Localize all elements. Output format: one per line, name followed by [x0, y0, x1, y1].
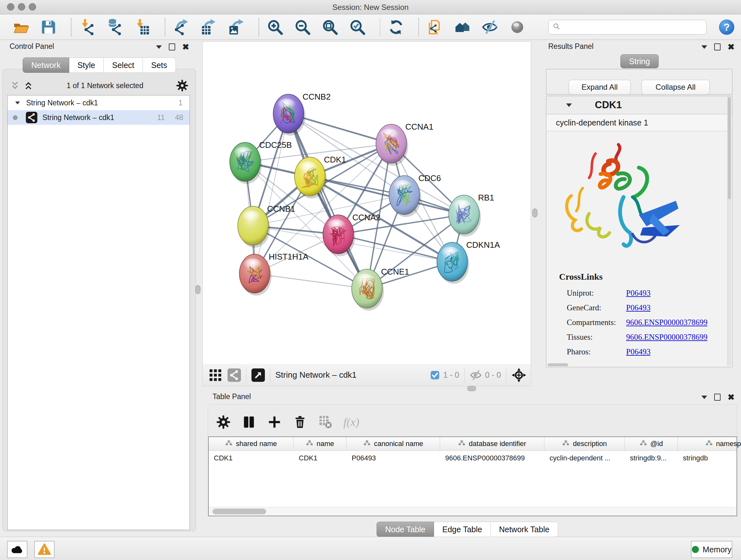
tree-expand-icon[interactable]	[15, 102, 20, 105]
table-cell[interactable]: 9606.ENSP00000378699	[440, 451, 544, 462]
open-external-icon[interactable]	[252, 368, 265, 382]
splitter-handle-left[interactable]	[195, 285, 200, 294]
column-header-database-identifier[interactable]: database identifier	[440, 437, 544, 450]
network-node-CCNB1[interactable]: CCNB1	[238, 204, 295, 248]
crosslink-link[interactable]: P06493	[626, 303, 650, 312]
search-box[interactable]	[548, 20, 706, 35]
network-canvas[interactable]: CCNB2 CCNA1 CDC25B CDK1 CDC6 RB1 CCNB1 C…	[202, 42, 531, 365]
memory-button[interactable]: Memory	[691, 541, 732, 558]
float-panel-icon[interactable]	[701, 395, 707, 399]
help-button[interactable]: ?	[719, 19, 734, 35]
close-panel-icon[interactable]: ✖	[182, 44, 189, 50]
warnings-button[interactable]	[34, 541, 55, 558]
cloud-button[interactable]	[7, 541, 27, 558]
import-network-from-file-button[interactable]	[78, 17, 97, 37]
show-hidden-sphere-button[interactable]	[508, 17, 527, 37]
network-node-CCNB2[interactable]: CCNB2	[273, 92, 331, 136]
network-edge[interactable]	[255, 114, 288, 273]
save-session-button[interactable]	[39, 17, 58, 37]
tab-network-table[interactable]: Network Table	[491, 522, 558, 537]
collapse-all-icon[interactable]	[10, 80, 20, 91]
network-share-icon[interactable]	[227, 368, 241, 382]
collapse-section-icon[interactable]	[566, 104, 572, 107]
network-node-RB1[interactable]: RB1	[449, 193, 494, 237]
float-panel-icon[interactable]	[701, 45, 707, 49]
results-scrollbar[interactable]	[727, 97, 731, 366]
network-node-HIST1H1A[interactable]: HIST1H1A	[239, 252, 309, 296]
network-graph[interactable]: CCNB2 CCNA1 CDC25B CDK1 CDC6 RB1 CCNB1 C…	[203, 42, 531, 364]
network-node-CDC6[interactable]: CDC6	[389, 173, 441, 217]
zoom-selected-button[interactable]	[348, 17, 367, 37]
first-neighbors-button[interactable]	[453, 17, 472, 37]
crosslink-link[interactable]: P06493	[626, 348, 650, 356]
zoom-in-button[interactable]	[266, 17, 285, 37]
birds-eye-grid-icon[interactable]	[208, 368, 222, 382]
tab-style[interactable]: Style	[69, 57, 104, 73]
splitter-handle-right[interactable]	[532, 208, 537, 217]
collection-label: String Network – cdk1	[26, 99, 98, 107]
hide-selection-button[interactable]	[480, 17, 499, 37]
import-network-from-database-button[interactable]	[105, 17, 125, 37]
tab-string[interactable]: String	[620, 54, 659, 68]
gear-icon[interactable]	[176, 79, 188, 91]
fit-selected-icon[interactable]	[512, 368, 526, 382]
splitter-handle-horizontal[interactable]	[467, 386, 476, 391]
column-header-description[interactable]: description	[544, 437, 625, 450]
collapse-all-button[interactable]: Collapse All	[642, 80, 710, 95]
tab-edge-table[interactable]: Edge Table	[434, 522, 491, 537]
zoom-out-button[interactable]	[293, 17, 312, 37]
copy-share-document-button[interactable]	[425, 17, 445, 37]
table-hscrollbar[interactable]	[209, 507, 737, 516]
network-node-CCNE1[interactable]: CCNE1	[352, 267, 409, 311]
table-gear-icon[interactable]	[216, 415, 231, 430]
zoom-fit-content-button[interactable]	[320, 17, 340, 37]
export-image-button[interactable]	[226, 17, 246, 37]
network-node-CDC25B[interactable]: CDC25B	[230, 140, 292, 184]
expand-all-button[interactable]: Expand All	[569, 80, 630, 95]
column-header-name[interactable]: name	[293, 437, 347, 450]
refresh-layout-button[interactable]	[387, 17, 406, 37]
column-header-shared-name[interactable]: shared name	[209, 437, 293, 450]
crosslink-link[interactable]: 9606.ENSP00000378699	[626, 318, 708, 327]
close-panel-icon[interactable]: ✖	[728, 394, 735, 400]
expand-all-icon[interactable]	[23, 80, 34, 91]
tab-select[interactable]: Select	[104, 57, 143, 73]
table-cell[interactable]: cyclin-dependent ...	[544, 451, 625, 462]
add-column-icon[interactable]	[267, 415, 282, 430]
open-session-button[interactable]	[11, 17, 30, 37]
import-table-from-file-button[interactable]	[133, 17, 152, 37]
selected-checkbox-icon[interactable]	[430, 370, 440, 380]
maximize-panel-icon[interactable]	[714, 394, 721, 401]
table-cell[interactable]: CDK1	[209, 451, 293, 462]
hidden-eye-icon[interactable]	[470, 369, 482, 381]
network-edge[interactable]	[288, 114, 367, 289]
column-header-@id[interactable]: @id	[625, 437, 678, 450]
table-cell[interactable]: stringdb:9...	[625, 451, 678, 462]
results-hscrollbar[interactable]	[548, 363, 568, 366]
delete-column-icon[interactable]	[292, 415, 308, 430]
show-columns-icon[interactable]	[241, 415, 257, 430]
crosslink-link[interactable]: 9606.ENSP00000378699	[626, 333, 708, 341]
maximize-panel-icon[interactable]	[169, 44, 175, 51]
column-header-canonical-name[interactable]: canonical name	[347, 437, 440, 450]
tab-network[interactable]: Network	[23, 57, 69, 73]
network-node-CDKN1A[interactable]: CDKN1A	[437, 240, 500, 284]
tab-sets[interactable]: Sets	[143, 57, 176, 73]
export-table-button[interactable]	[199, 17, 218, 37]
gene-section-header[interactable]: CDK1	[546, 96, 732, 114]
table-cell[interactable]: P06493	[347, 451, 440, 462]
tab-node-table[interactable]: Node Table	[377, 522, 434, 537]
network-node-CCNA2[interactable]: CCNA2	[323, 212, 381, 256]
network-collection-row[interactable]: String Network – cdk1 1	[8, 96, 190, 110]
export-network-button[interactable]	[172, 17, 191, 37]
table-cell[interactable]: stringdb	[678, 451, 741, 462]
float-panel-icon[interactable]	[156, 45, 162, 49]
network-row-selected[interactable]: String Network – cdk1 11 48	[8, 110, 190, 125]
maximize-panel-icon[interactable]	[714, 44, 721, 51]
table-cell[interactable]: CDK1	[293, 451, 347, 462]
column-header-namespace[interactable]: namespace	[678, 437, 741, 450]
network-node-CDK1[interactable]: CDK1	[294, 155, 346, 199]
crosslink-link[interactable]: P06493	[626, 289, 650, 298]
close-panel-icon[interactable]: ✖	[728, 44, 735, 50]
network-node-CCNA1[interactable]: CCNA1	[376, 122, 433, 166]
